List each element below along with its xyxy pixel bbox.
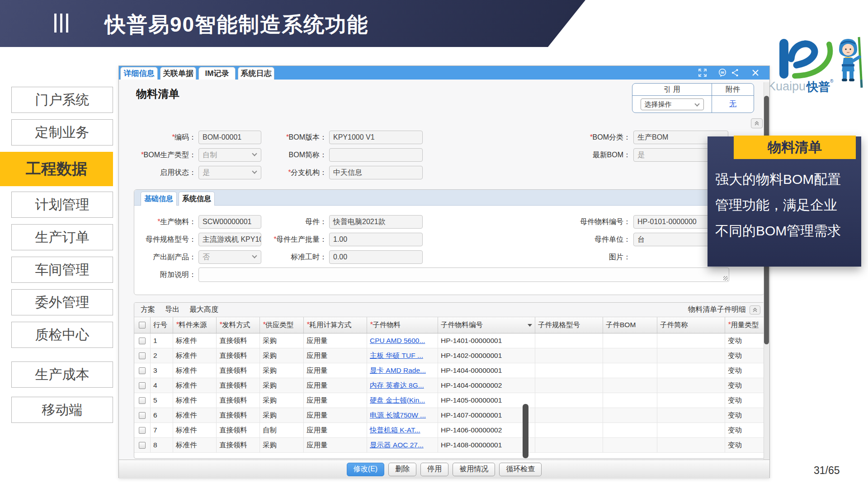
slide-title: 快普易90智能制造系统功能 [105,11,368,39]
sidebar-item-production-order[interactable]: 生产订单 [11,224,113,250]
child-material-link[interactable]: 显卡 AMD Rade... [370,366,426,375]
child-material-link[interactable]: 内存 英睿达 8G... [370,381,424,390]
field-label-parent: 母件： [305,218,327,225]
cell-usage-type: 变动 [725,393,764,408]
col-child-bom: 子件BOM [606,320,636,330]
sidebar-item-portal-system[interactable]: 门户系统 [11,87,113,113]
collapse-form-button[interactable] [751,118,763,128]
cell-child-spec [535,408,603,423]
max-height-button[interactable]: 最大高度 [189,305,218,314]
child-material-link[interactable]: 快普机箱 K-AT... [370,426,420,435]
col-child-spec: 子件规格型号 [538,320,580,330]
scheme-button[interactable]: 方案 [141,305,155,314]
sidebar-item-outsourcing-management[interactable]: 委外管理 [11,289,113,315]
child-material-link[interactable]: 主板 华硕 TUF ... [370,351,423,361]
sidebar-item-engineering-data[interactable]: 工程数据 [0,152,113,186]
close-icon[interactable] [751,68,760,77]
bom-version-field[interactable]: KPY1000 V1 [329,131,423,144]
operation-select[interactable]: 选择操作 [641,99,704,110]
export-button[interactable]: 导出 [165,305,179,314]
delete-button[interactable]: 删除 [388,463,416,476]
cell-row-number: 8 [151,438,173,453]
cell-child-bom [603,438,657,453]
form-row: 启用状态： 是 *分支机构： 中天信息 [119,166,761,179]
cell-child-code: HP-1405-00000001 [438,393,535,408]
cell-row-number: 3 [151,363,173,378]
sidebar-item-custom-business[interactable]: 定制业务 [11,119,113,145]
bom-prod-type-select[interactable]: 自制 [198,148,261,162]
footer-toolbar: 修改(E) 删除 停用 被用情况 循环检查 [119,460,769,479]
cell-row-number: 1 [151,333,173,348]
row-checkbox[interactable] [139,412,146,419]
sidebar-item-production-cost[interactable]: 生产成本 [11,361,113,388]
byproduct-select[interactable]: 否 [198,250,261,264]
sidebar-item-quality-center[interactable]: 质检中心 [11,322,113,348]
attachment-header: 附件 [712,84,754,95]
row-checkbox[interactable] [139,397,146,404]
cell-supply-type: 采购 [260,393,304,408]
cell-consumption-calc: 应用量 [304,423,367,438]
col-consumption-calc: *耗用计算方式 [307,320,351,330]
grid-title: 物料清单子件明细 [688,305,746,314]
filter-caret-icon[interactable] [528,324,532,327]
grid-scrollbar-thumb[interactable] [523,404,528,458]
row-checkbox[interactable] [139,427,146,434]
sidebar-item-plan-management[interactable]: 计划管理 [11,192,113,218]
cell-child-bom [603,378,657,393]
parent-field[interactable]: 快普电脑2021款 [329,215,423,229]
logo-brand-en: Kuaipu [768,80,806,93]
cell-material-source: 标准件 [173,423,217,438]
note-textarea[interactable] [198,267,729,282]
cell-consumption-calc: 应用量 [304,438,367,453]
child-material-link[interactable]: 硬盘 金士顿(Kin... [370,396,425,405]
tab-detail-info[interactable]: 详细信息 [120,67,158,80]
child-material-link[interactable]: 电源 长城750W ... [370,411,426,420]
row-checkbox[interactable] [139,382,146,389]
prod-material-field[interactable]: SCW00000001 [198,215,261,229]
disable-button[interactable]: 停用 [420,463,448,476]
cell-child-shortname [657,333,725,348]
cell-child-spec [535,378,603,393]
code-field[interactable]: BOM-00001 [198,131,261,144]
cell-usage-type: 变动 [725,333,764,348]
loop-check-button[interactable]: 循环检查 [499,463,542,476]
table-row: 5 标准件 直接领料 采购 应用量 硬盘 金士顿(Kin... HP-1405-… [134,393,764,408]
col-usage-type: *用量类型 [728,320,759,330]
child-material-link[interactable]: CPU AMD 5600... [370,337,425,345]
attachment-none-link[interactable]: 无 [729,99,736,109]
cell-issue-method: 直接领料 [217,423,260,438]
tab-im-records[interactable]: IM记录 [198,67,236,80]
std-hours-field[interactable]: 0.00 [329,250,423,264]
tab-related-documents[interactable]: 关联单据 [160,67,196,80]
cell-usage-type: 变动 [725,378,764,393]
row-checkbox[interactable] [139,442,146,449]
branch-field[interactable]: 中天信息 [329,166,423,179]
select-all-checkbox[interactable] [139,322,146,328]
row-checkbox[interactable] [139,338,146,344]
tab-system-log[interactable]: 系统日志 [238,67,274,80]
cell-row-number: 4 [151,378,173,393]
cell-child-code: HP-1407-00000001 [438,408,535,423]
field-label-std-hours: 标准工时： [291,253,327,261]
im-icon[interactable]: IM [718,68,727,77]
parent-spec-field[interactable]: 主流游戏机 KPY1000 [198,233,261,246]
row-checkbox[interactable] [139,367,146,374]
tab-system-info[interactable]: 系统信息 [179,192,215,206]
tab-basic-info[interactable]: 基础信息 [141,192,177,206]
sidebar-item-mobile[interactable]: 移动端 [11,397,113,423]
parent-batch-field[interactable]: 1.00 [329,233,423,246]
modify-button[interactable]: 修改(E) [347,463,384,476]
expand-icon[interactable] [698,68,707,77]
table-row: 4 标准件 直接领料 采购 应用量 内存 英睿达 8G... HP-1404-0… [134,378,764,393]
sidebar-item-workshop-management[interactable]: 车间管理 [11,257,113,283]
collapse-grid-button[interactable] [750,305,760,314]
row-checkbox[interactable] [139,352,146,359]
bom-shortname-field[interactable] [329,148,423,162]
cell-issue-method: 直接领料 [217,333,260,348]
usage-status-button[interactable]: 被用情况 [453,463,495,476]
cell-child-shortname [657,348,725,363]
child-material-link[interactable]: 显示器 AOC 27... [370,441,424,450]
share-icon[interactable] [731,68,740,77]
enable-status-select[interactable]: 是 [198,166,261,179]
col-issue-method: *发料方式 [219,320,250,330]
